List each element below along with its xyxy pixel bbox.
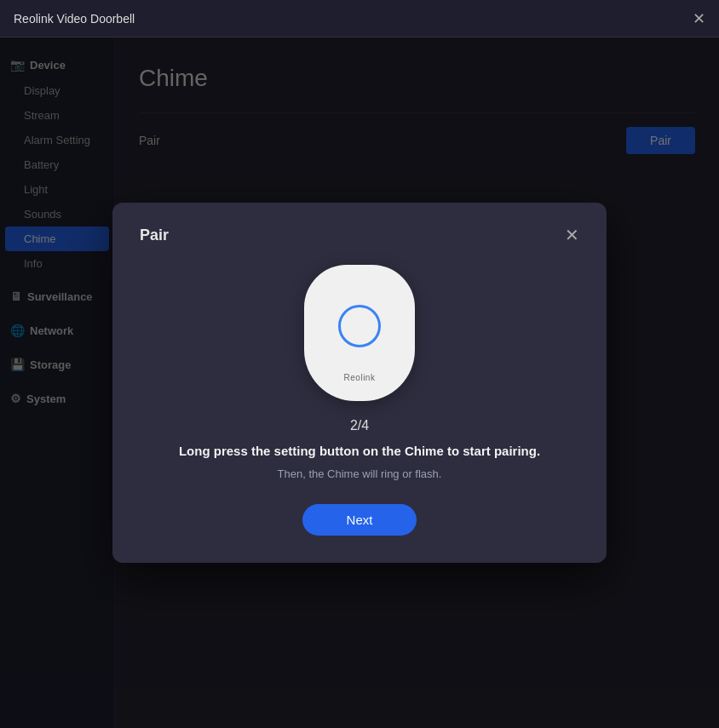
chime-brand-label: Reolink	[344, 373, 376, 382]
app-title: Reolink Video Doorbell	[14, 12, 135, 26]
modal-title: Pair	[140, 226, 169, 244]
chime-device: Reolink	[304, 265, 415, 401]
title-bar: Reolink Video Doorbell ✕	[0, 0, 719, 37]
modal-header: Pair ✕	[140, 226, 579, 244]
chime-illustration: Reolink	[140, 265, 579, 401]
modal-close-button[interactable]: ✕	[565, 226, 579, 244]
step-instruction: Long press the setting button on the Chi…	[140, 442, 579, 461]
pair-modal: Pair ✕ Reolink 2/4 Long press the settin…	[112, 203, 607, 564]
window-close-button[interactable]: ✕	[693, 11, 705, 26]
chime-button-ring	[338, 305, 381, 347]
modal-overlay[interactable]: Pair ✕ Reolink 2/4 Long press the settin…	[0, 37, 719, 728]
step-sub-instruction: Then, the Chime will ring or flash.	[140, 467, 579, 480]
next-button[interactable]: Next	[302, 504, 417, 536]
step-number: 2/4	[140, 418, 579, 433]
